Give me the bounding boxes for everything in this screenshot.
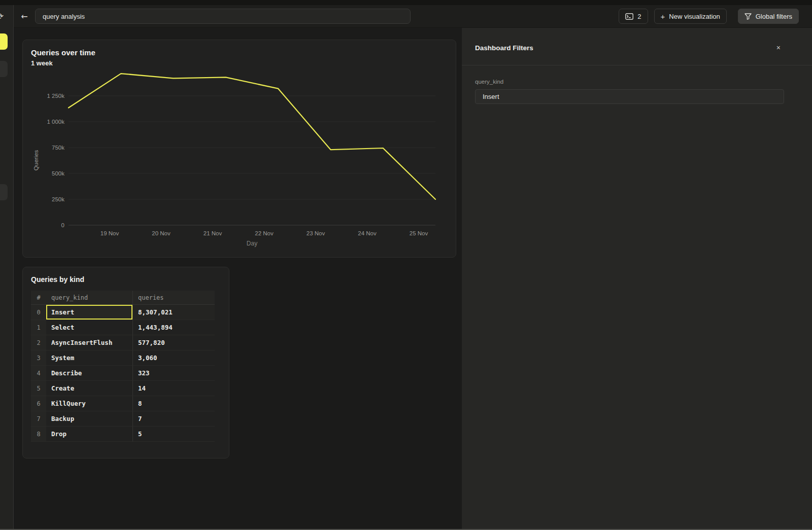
queries-over-time-chart: 0250k500k750k1 000k1 250kQueries19 Nov20… bbox=[31, 70, 447, 249]
y-tick-label: 1 000k bbox=[47, 119, 64, 125]
table-row[interactable]: 6KillQuery8 bbox=[31, 396, 215, 411]
query-kind-filter-input[interactable] bbox=[475, 89, 784, 104]
y-tick-label: 0 bbox=[61, 222, 64, 228]
main-column: ← 2 + New visualization bbox=[14, 5, 812, 530]
y-tick-label: 1 250k bbox=[47, 93, 64, 99]
queries-value-cell[interactable]: 577,820 bbox=[133, 335, 215, 350]
table-row[interactable]: 1Select1,443,894 bbox=[31, 320, 215, 335]
global-filters-button[interactable]: Global filters bbox=[738, 9, 799, 24]
x-tick-label: 20 Nov bbox=[152, 230, 171, 236]
row-index-cell: 5 bbox=[31, 381, 46, 396]
x-tick-label: 24 Nov bbox=[358, 230, 377, 236]
queries-value-cell[interactable]: 323 bbox=[133, 366, 215, 381]
row-index-cell: 0 bbox=[31, 305, 46, 320]
query-kind-cell[interactable]: Create bbox=[46, 381, 133, 396]
y-axis-title: Queries bbox=[33, 150, 39, 171]
y-tick-label: 250k bbox=[52, 196, 64, 202]
dashboard-filters-panel: Dashboard Filters × query_kind bbox=[462, 28, 812, 530]
sql-console-button[interactable]: 2 bbox=[619, 9, 648, 24]
table-header-cell: # bbox=[31, 291, 46, 305]
table-row[interactable]: 7Backup7 bbox=[31, 411, 215, 427]
body-row: Queries over time 1 week 0250k500k750k1 … bbox=[14, 28, 812, 530]
row-index-cell: 1 bbox=[31, 320, 46, 335]
row-index-cell: 2 bbox=[31, 335, 46, 350]
dashboard-canvas: Queries over time 1 week 0250k500k750k1 … bbox=[14, 28, 462, 530]
app-root: ⟳ ← 2 + New visualiza bbox=[0, 5, 812, 530]
table-row[interactable]: 0Insert8,307,021 bbox=[31, 305, 215, 320]
queries-value-cell[interactable]: 5 bbox=[133, 427, 215, 442]
query-kind-cell[interactable]: System bbox=[46, 350, 133, 366]
row-index-cell: 6 bbox=[31, 396, 46, 411]
queries-by-kind-card: Queries by kind #query_kindqueries 0Inse… bbox=[22, 267, 229, 458]
table-header: #query_kindqueries bbox=[31, 291, 215, 305]
query-kind-cell-selected[interactable]: Insert bbox=[46, 305, 133, 320]
sidebar-item[interactable] bbox=[0, 184, 8, 200]
table-title: Queries by kind bbox=[31, 275, 221, 284]
dashboard-title-input[interactable] bbox=[35, 9, 411, 24]
queries-over-time-card: Queries over time 1 week 0250k500k750k1 … bbox=[22, 40, 456, 258]
queries-value-cell[interactable]: 8 bbox=[133, 396, 215, 411]
row-index-cell: 8 bbox=[31, 427, 46, 442]
row-index-cell: 7 bbox=[31, 411, 46, 427]
queries-value-cell[interactable]: 14 bbox=[133, 381, 215, 396]
chart-series-line bbox=[69, 74, 435, 199]
sidebar-item-active[interactable] bbox=[0, 33, 8, 50]
query-kind-cell[interactable]: Describe bbox=[46, 366, 133, 381]
panel-title: Dashboard Filters bbox=[475, 44, 533, 52]
table-row[interactable]: 5Create14 bbox=[31, 381, 215, 396]
terminal-icon bbox=[625, 13, 633, 20]
y-tick-label: 500k bbox=[52, 170, 64, 176]
queries-value-cell[interactable]: 1,443,894 bbox=[133, 320, 215, 335]
filter-label: query_kind bbox=[475, 79, 784, 85]
table-row[interactable]: 8Drop5 bbox=[31, 427, 215, 442]
row-index-cell: 4 bbox=[31, 366, 46, 381]
global-filters-label: Global filters bbox=[756, 13, 792, 20]
table-header-cell: query_kind bbox=[46, 291, 133, 305]
query-kind-cell[interactable]: KillQuery bbox=[46, 396, 133, 411]
x-tick-label: 23 Nov bbox=[307, 230, 325, 236]
plus-icon: + bbox=[661, 13, 665, 20]
refresh-icon[interactable]: ⟳ bbox=[0, 11, 4, 22]
query-kind-cell[interactable]: Select bbox=[46, 320, 133, 335]
query-kind-cell[interactable]: AsyncInsertFlush bbox=[46, 335, 133, 350]
x-axis-title: Day bbox=[247, 240, 257, 247]
chart-title: Queries over time bbox=[31, 48, 448, 57]
x-tick-label: 25 Nov bbox=[410, 230, 428, 236]
console-count: 2 bbox=[637, 13, 641, 20]
panel-header: Dashboard Filters × bbox=[462, 28, 812, 65]
new-visualization-button[interactable]: + New visualization bbox=[654, 9, 727, 24]
x-tick-label: 21 Nov bbox=[204, 230, 222, 236]
chart-subtitle: 1 week bbox=[31, 59, 448, 67]
sidebar-item[interactable] bbox=[0, 61, 8, 77]
queries-value-cell[interactable]: 7 bbox=[133, 411, 215, 427]
table-row[interactable]: 2AsyncInsertFlush577,820 bbox=[31, 335, 215, 350]
new-visualization-label: New visualization bbox=[669, 13, 720, 20]
back-button[interactable]: ← bbox=[20, 12, 29, 21]
filter-group: query_kind bbox=[462, 65, 812, 104]
row-index-cell: 3 bbox=[31, 350, 46, 366]
query-kind-cell[interactable]: Backup bbox=[46, 411, 133, 427]
query-kind-cell[interactable]: Drop bbox=[46, 427, 133, 442]
funnel-icon bbox=[745, 13, 752, 20]
close-icon[interactable]: × bbox=[776, 44, 781, 51]
sidebar: ⟳ bbox=[0, 5, 14, 530]
x-tick-label: 19 Nov bbox=[100, 230, 119, 236]
table-row[interactable]: 3System3,060 bbox=[31, 350, 215, 366]
topbar: ← 2 + New visualization bbox=[14, 5, 812, 28]
queries-value-cell[interactable]: 3,060 bbox=[133, 350, 215, 366]
queries-value-cell[interactable]: 8,307,021 bbox=[133, 305, 215, 320]
x-tick-label: 22 Nov bbox=[255, 230, 274, 236]
table-row[interactable]: 4Describe323 bbox=[31, 366, 215, 381]
y-tick-label: 750k bbox=[52, 145, 64, 151]
queries-by-kind-table: #query_kindqueries 0Insert8,307,0211Sele… bbox=[31, 291, 215, 442]
table-header-cell: queries bbox=[133, 291, 215, 305]
window-top-strip bbox=[0, 0, 812, 5]
